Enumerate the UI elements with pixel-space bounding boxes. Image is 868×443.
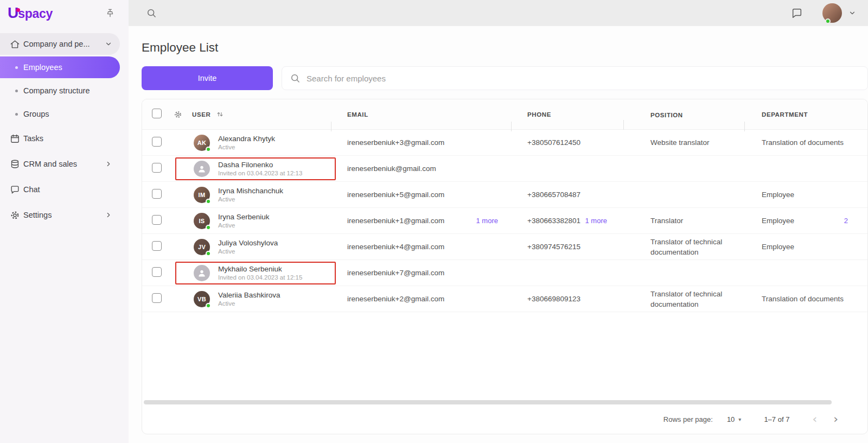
gear-icon xyxy=(10,210,20,220)
user-text: Mykhailo Serbeniuk Invited on 03.04.2023… xyxy=(218,265,302,281)
user-text: Iryna Serbeniuk Active xyxy=(218,213,270,229)
table-settings-gear-icon[interactable] xyxy=(174,110,182,119)
sidebar-item-company-and-pe[interactable]: Company and pe... xyxy=(0,33,120,55)
column-header-position[interactable]: POSITION xyxy=(650,112,683,118)
row-user-cell: VB Valeriia Bashkirova Active xyxy=(173,291,331,307)
employee-status: Active xyxy=(218,144,275,150)
phone-more-link[interactable]: 1 more xyxy=(585,217,607,225)
row-checkbox[interactable] xyxy=(152,267,162,277)
row-email-cell: ireneserbeniuk+3@gmail.com xyxy=(331,138,511,148)
sidebar-nav: Company and pe...EmployeesCompany struct… xyxy=(0,26,129,229)
employee-name[interactable]: Iryna Mishchanchuk xyxy=(218,187,283,195)
row-user-cell: AK Alexandra Khytyk Active xyxy=(173,135,331,151)
employee-avatar xyxy=(194,161,210,177)
employee-name[interactable]: Alexandra Khytyk xyxy=(218,135,275,143)
row-phone-cell: +380507612450 xyxy=(511,138,623,148)
department-more-link[interactable]: 2 xyxy=(844,217,848,225)
sort-icon[interactable] xyxy=(216,110,224,118)
rows-per-page-select[interactable]: 10 ▾ xyxy=(727,415,742,423)
row-department-cell: Employee xyxy=(744,242,867,252)
sidebar-item-chat[interactable]: Chat xyxy=(0,178,120,201)
next-page-button[interactable]: › xyxy=(833,413,838,425)
online-status-dot xyxy=(206,251,211,256)
employee-phone: +380663382801 xyxy=(527,216,580,226)
employee-phone: +380669809123 xyxy=(527,294,580,304)
chevron-down-icon[interactable] xyxy=(848,9,856,17)
row-phone-cell: +380665708487 xyxy=(511,190,623,200)
table-row[interactable]: Mykhailo Serbeniuk Invited on 03.04.2023… xyxy=(142,260,867,286)
sidebar-item-company-structure[interactable]: Company structure xyxy=(0,80,120,102)
employee-search-input[interactable] xyxy=(307,74,860,83)
employee-table: USER EMAIL PHONE POSITION xyxy=(142,99,868,434)
search-icon xyxy=(290,73,301,84)
avatar-initials: JV xyxy=(198,244,206,250)
employee-name[interactable]: Mykhailo Serbeniuk xyxy=(218,265,302,273)
select-all-checkbox[interactable] xyxy=(152,109,162,118)
employee-department: Employee xyxy=(762,242,794,252)
table-row[interactable]: VB Valeriia Bashkirova Active ireneserbe… xyxy=(142,286,867,312)
user-text: Dasha Filonenko Invited on 03.04.2023 at… xyxy=(218,161,302,176)
row-checkbox[interactable] xyxy=(152,163,162,173)
employee-email: ireneserbeniuk+7@gmail.com xyxy=(347,268,444,278)
employee-email: ireneserbeniuk+3@gmail.com xyxy=(347,138,444,148)
avatar-initials: AK xyxy=(197,140,207,146)
sidebar-item-crm-and-sales[interactable]: CRM and sales xyxy=(0,152,120,176)
uspacy-logo[interactable]: U spacy xyxy=(8,4,53,22)
user-avatar[interactable] xyxy=(822,3,842,23)
employee-avatar: VB xyxy=(194,291,210,307)
table-row[interactable]: JV Juliya Voloshylova Active ireneserben… xyxy=(142,234,867,260)
row-user-cell: IS Iryna Serbeniuk Active xyxy=(173,213,331,229)
messages-icon[interactable] xyxy=(791,7,803,19)
row-department-cell: Translation of documents xyxy=(744,294,867,304)
table-row[interactable]: IS Iryna Serbeniuk Active ireneserbeniuk… xyxy=(142,208,867,234)
row-checkbox[interactable] xyxy=(152,137,162,147)
bullet-icon xyxy=(15,66,18,69)
employee-name[interactable]: Iryna Serbeniuk xyxy=(218,213,270,221)
table-row[interactable]: AK Alexandra Khytyk Active ireneserbeniu… xyxy=(142,130,867,156)
page-range: 1–7 of 7 xyxy=(764,415,789,423)
email-more-link[interactable]: 1 more xyxy=(476,217,498,225)
row-checkbox[interactable] xyxy=(152,215,162,225)
row-email-cell: ireneserbeniuk+7@gmail.com xyxy=(331,268,511,278)
row-email-cell: ireneserbeniuk+2@gmail.com xyxy=(331,294,511,304)
pin-icon[interactable] xyxy=(105,8,116,18)
sidebar-item-tasks[interactable]: Tasks xyxy=(0,126,120,150)
column-header-department[interactable]: DEPARTMENT xyxy=(762,111,808,118)
row-user-cell: Dasha Filonenko Invited on 03.04.2023 at… xyxy=(173,161,331,177)
topbar xyxy=(129,0,868,26)
sidebar-item-groups[interactable]: Groups xyxy=(0,103,120,125)
employee-status: Active xyxy=(218,248,278,255)
employee-status: Active xyxy=(218,300,280,307)
row-position-cell: Translator of technical documentation xyxy=(623,237,744,257)
main-column: Employee List Invite xyxy=(129,0,868,443)
employee-department: Employee xyxy=(762,190,794,200)
row-department-cell: Employee xyxy=(744,190,867,200)
employee-search-box[interactable] xyxy=(282,66,868,90)
row-checkbox[interactable] xyxy=(152,293,162,303)
sidebar-item-label: Company structure xyxy=(23,86,120,95)
prev-page-button[interactable]: ‹ xyxy=(812,413,817,425)
table-row[interactable]: Dasha Filonenko Invited on 03.04.2023 at… xyxy=(142,156,867,182)
avatar-initials: IM xyxy=(199,192,206,198)
chat-icon xyxy=(10,185,20,195)
employee-position: Translator of technical documentation xyxy=(650,238,722,256)
column-header-user[interactable]: USER xyxy=(192,111,210,118)
sidebar-item-settings[interactable]: Settings xyxy=(0,203,120,227)
crm-icon xyxy=(10,159,20,169)
employee-email: ireneserbeniuk+4@gmail.com xyxy=(347,242,444,252)
sidebar-item-employees[interactable]: Employees xyxy=(0,56,120,78)
employee-name[interactable]: Juliya Voloshylova xyxy=(218,239,278,247)
column-header-phone[interactable]: PHONE xyxy=(527,111,551,118)
table-row[interactable]: IM Iryna Mishchanchuk Active ireneserben… xyxy=(142,182,867,208)
employee-name[interactable]: Dasha Filonenko xyxy=(218,161,302,169)
employee-department: Translation of documents xyxy=(762,138,844,148)
header-phone-cell: PHONE xyxy=(511,111,623,118)
user-text: Juliya Voloshylova Active xyxy=(218,239,278,255)
row-checkbox[interactable] xyxy=(152,189,162,199)
invite-button[interactable]: Invite xyxy=(142,66,273,90)
employee-name[interactable]: Valeriia Bashkirova xyxy=(218,291,280,299)
search-icon[interactable] xyxy=(146,8,157,18)
horizontal-scrollbar[interactable] xyxy=(144,400,832,404)
column-header-email[interactable]: EMAIL xyxy=(347,111,368,118)
row-checkbox[interactable] xyxy=(152,241,162,251)
